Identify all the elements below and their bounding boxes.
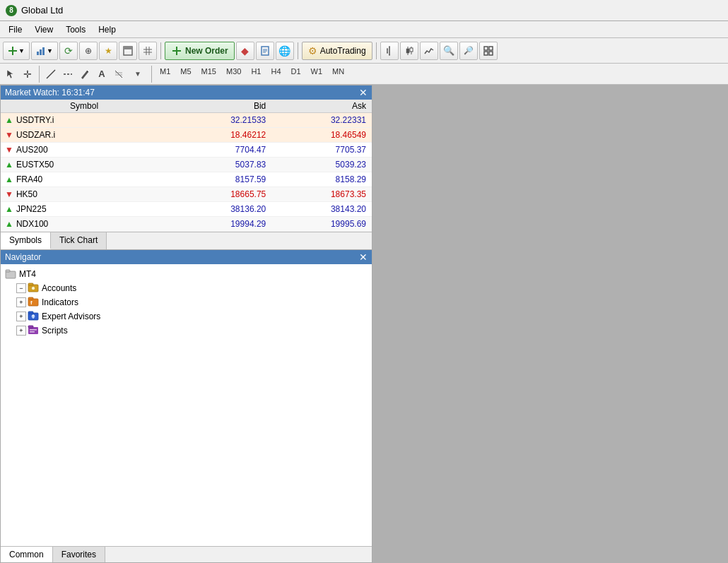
market-watch-row[interactable]: ▼ HK50 18665.75 18673.35	[1, 187, 372, 202]
candle-button[interactable]	[400, 42, 418, 60]
market-watch-scroll[interactable]: Symbol Bid Ask ▲ USDTRY.i 32.21533 32.22…	[1, 100, 372, 232]
market-watch-row[interactable]: ▲ USDTRY.i 32.21533 32.22331	[1, 113, 372, 128]
market-watch-close[interactable]: ✕	[359, 88, 368, 97]
tab-symbols[interactable]: Symbols	[1, 232, 51, 249]
autotrading-button[interactable]: ⚙ AutoTrading	[302, 42, 372, 60]
symbol-cell: ▲ USDTRY.i	[1, 113, 168, 127]
draw-tool[interactable]	[77, 66, 93, 82]
tf-m15[interactable]: M15	[197, 66, 221, 82]
tf-mn[interactable]: MN	[328, 66, 348, 82]
symbol-cell: ▼ USDZAR.i	[1, 128, 168, 142]
mt4-folder-icon	[5, 268, 16, 280]
svg-rect-41	[6, 270, 10, 272]
tree-ea[interactable]: + Expert Advisors	[15, 309, 369, 324]
document-button[interactable]	[256, 42, 274, 60]
col-header-ask: Ask	[271, 100, 372, 113]
menu-tools[interactable]: Tools	[60, 23, 91, 36]
expand-indicators[interactable]: +	[16, 297, 26, 307]
tf-w1[interactable]: W1	[307, 66, 327, 82]
crosshair-tool[interactable]: ✛	[20, 66, 35, 82]
symbol-name: NDX100	[16, 219, 48, 229]
shape-button[interactable]: ◆	[236, 42, 254, 60]
line-chart-button[interactable]	[420, 42, 438, 60]
tab-tick-chart[interactable]: Tick Chart	[51, 232, 107, 249]
direction-icon: ▼	[5, 130, 13, 140]
zoom-out-button[interactable]: 🔎	[459, 42, 478, 60]
menu-file[interactable]: File	[3, 23, 28, 36]
symbol-cell: ▲ FRA40	[1, 172, 168, 186]
market-watch-row[interactable]: ▲ EUSTX50 5037.83 5039.23	[1, 158, 372, 172]
navigator-close[interactable]: ✕	[359, 252, 368, 262]
zoom-in-button[interactable]: 🔍	[440, 42, 458, 60]
star-button[interactable]: ★	[99, 42, 117, 60]
draw-icon	[80, 69, 90, 79]
scripts-icon	[28, 325, 39, 336]
grid-button[interactable]	[139, 42, 157, 60]
fib-icon	[114, 69, 124, 79]
bar-chart-icon	[384, 46, 394, 56]
tree-scripts[interactable]: + Scripts	[15, 324, 369, 338]
layout-button[interactable]	[479, 42, 498, 60]
tree-accounts[interactable]: − Accounts	[15, 281, 369, 295]
navigator-header: Navigator ✕	[1, 250, 372, 264]
template-icon	[123, 46, 133, 56]
market-watch-row[interactable]: ▲ NDX100 19994.29 19995.69	[1, 217, 372, 232]
dash-icon	[63, 69, 73, 79]
bid-price: 5037.83	[168, 158, 271, 172]
market-watch-panel: Market Watch: 16:31:47 ✕ Symbol Bid Ask	[0, 85, 372, 250]
more-icon: ▼	[134, 70, 141, 78]
svg-rect-12	[172, 50, 181, 52]
tree-mt4[interactable]: MT4	[4, 267, 369, 281]
svg-rect-31	[484, 52, 488, 55]
target-button[interactable]: ⊕	[79, 42, 98, 60]
chart-button[interactable]: ▼	[31, 42, 58, 60]
symbol-name: AUS200	[16, 145, 48, 155]
tf-m5[interactable]: M5	[176, 66, 195, 82]
chart-icon	[36, 46, 46, 56]
market-watch-data-table: Symbol Bid Ask ▲ USDTRY.i 32.21533 32.22…	[1, 100, 372, 232]
expand-scripts[interactable]: +	[16, 326, 26, 336]
tree-accounts-label: Accounts	[42, 283, 76, 293]
svg-line-34	[47, 70, 55, 78]
app-icon: 8	[6, 5, 17, 16]
menu-help[interactable]: Help	[93, 23, 122, 36]
refresh-button[interactable]: ⟳	[59, 42, 78, 60]
svg-rect-43	[28, 283, 33, 285]
tab-favorites[interactable]: Favorites	[53, 547, 105, 562]
more-tools[interactable]: ▼	[128, 66, 148, 82]
expand-ea[interactable]: +	[16, 312, 26, 321]
ask-price: 19995.69	[271, 217, 372, 232]
tree-indicators[interactable]: + f Indicators	[15, 295, 369, 309]
market-watch-row[interactable]: ▲ FRA40 8157.59 8158.29	[1, 172, 372, 187]
menu-bar: File View Tools Help	[0, 21, 728, 38]
tf-d1[interactable]: D1	[287, 66, 305, 82]
expand-accounts[interactable]: −	[16, 283, 26, 293]
menu-view[interactable]: View	[29, 23, 59, 36]
tf-m1[interactable]: M1	[155, 66, 175, 82]
new-order-icon	[171, 45, 182, 57]
new-item-button[interactable]: ▼	[3, 42, 30, 60]
text-tool[interactable]: A	[94, 66, 110, 82]
indicators-icon: f	[28, 297, 39, 308]
ask-price: 18673.35	[271, 187, 372, 202]
fib-tool[interactable]	[111, 66, 127, 82]
tab-common[interactable]: Common	[1, 547, 53, 562]
template-button[interactable]	[119, 42, 137, 60]
market-watch-row[interactable]: ▼ AUS200 7704.47 7705.37	[1, 143, 372, 158]
new-order-button[interactable]: New Order	[165, 42, 235, 60]
market-watch-row[interactable]: ▼ USDZAR.i 18.46212 18.46549	[1, 128, 372, 143]
globe-button[interactable]: 🌐	[276, 42, 294, 60]
svg-rect-4	[42, 47, 45, 55]
tf-h1[interactable]: H1	[247, 66, 265, 82]
dash-tool[interactable]	[60, 66, 76, 82]
tf-h4[interactable]: H4	[266, 66, 285, 82]
symbol-name: EUSTX50	[16, 160, 54, 170]
navigator-tree: MT4 − Accounts +	[1, 264, 372, 546]
symbol-name: USDTRY.i	[16, 115, 54, 125]
bar-chart-button[interactable]	[380, 42, 399, 60]
cursor-tool[interactable]	[3, 66, 18, 82]
separator1	[160, 42, 161, 59]
market-watch-row[interactable]: ▲ JPN225 38136.20 38143.20	[1, 202, 372, 217]
line-tool[interactable]	[43, 66, 59, 82]
tf-m30[interactable]: M30	[222, 66, 245, 82]
